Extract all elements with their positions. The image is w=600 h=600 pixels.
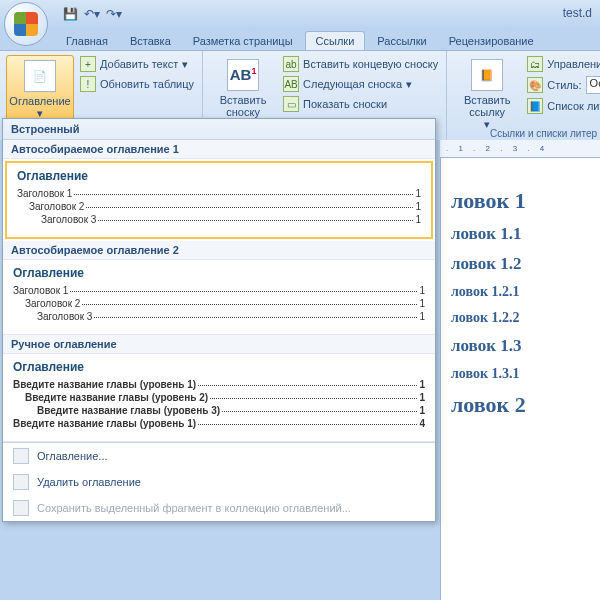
tab-home[interactable]: Главная xyxy=(56,32,118,50)
style-icon: 🎨 xyxy=(527,77,543,93)
gallery-header: Встроенный xyxy=(3,119,435,140)
auto1-preview[interactable]: Оглавление Заголовок 11Заголовок 21Загол… xyxy=(5,161,433,239)
heading-h3[interactable]: ловок 1.2.2 xyxy=(451,310,600,326)
heading-h2[interactable]: ловок 1.3 xyxy=(451,336,600,356)
title-bar: 💾 ↶▾ ↷▾ test.d xyxy=(0,0,600,28)
toc-line: Введите название главы (уровень 3)1 xyxy=(13,405,425,416)
heading-h1[interactable]: ловок 2 xyxy=(451,392,600,418)
toc-line: Заголовок 21 xyxy=(13,298,425,309)
manage-icon: 🗂 xyxy=(527,56,543,72)
show-icon: ▭ xyxy=(283,96,299,112)
heading-h3[interactable]: ловок 1.2.1 xyxy=(451,284,600,300)
document-title: test.d xyxy=(563,6,592,20)
add-text-button[interactable]: +Добавить текст ▾ xyxy=(78,55,196,73)
toc-line: Заголовок 11 xyxy=(13,285,425,296)
footnote-icon: AB1 xyxy=(227,59,259,91)
delete-icon xyxy=(13,474,29,490)
toc-dialog-item[interactable]: Оглавление... xyxy=(3,443,435,469)
redo-icon[interactable]: ↷▾ xyxy=(106,6,122,22)
toc-line: Заголовок 11 xyxy=(17,188,421,199)
style-dropdown[interactable]: 🎨Стиль: Основн xyxy=(525,75,600,95)
toc-gallery: Встроенный Автособираемое оглавление 1 О… xyxy=(2,118,436,522)
refresh-icon: ! xyxy=(80,76,96,92)
toc-line: Заголовок 31 xyxy=(17,214,421,225)
tab-mailings[interactable]: Рассылки xyxy=(367,32,436,50)
gallery-footer: Оглавление... Удалить оглавление Сохрани… xyxy=(3,442,435,521)
auto1-title[interactable]: Автособираемое оглавление 1 xyxy=(3,140,435,159)
update-table-button[interactable]: !Обновить таблицу xyxy=(78,75,196,93)
heading-h2[interactable]: ловок 1.1 xyxy=(451,224,600,244)
heading-h3[interactable]: ловок 1.3.1 xyxy=(451,366,600,382)
plus-icon: + xyxy=(80,56,96,72)
toc-line: Введите название главы (уровень 2)1 xyxy=(13,392,425,403)
group-label-citations: Ссылки и списки литер xyxy=(447,128,600,139)
manual-title[interactable]: Ручное оглавление xyxy=(3,335,435,354)
bibliography-button[interactable]: 📘Список литерат xyxy=(525,97,600,115)
toc-line: Заголовок 21 xyxy=(17,201,421,212)
toc-icon: 📄 xyxy=(24,60,56,92)
document-page[interactable]: ловок 1ловок 1.1ловок 1.2ловок 1.2.1лово… xyxy=(440,158,600,600)
office-button[interactable] xyxy=(4,2,48,46)
remove-toc-item[interactable]: Удалить оглавление xyxy=(3,469,435,495)
toc-line: Введите название главы (уровень 1)4 xyxy=(13,418,425,429)
toc-label: Оглавление xyxy=(9,95,70,107)
auto2-preview[interactable]: Оглавление Заголовок 11Заголовок 21Загол… xyxy=(3,260,435,335)
manage-sources-button[interactable]: 🗂Управление ис xyxy=(525,55,600,73)
next-icon: AB xyxy=(283,76,299,92)
tab-review[interactable]: Рецензирование xyxy=(439,32,544,50)
next-footnote-button[interactable]: ABСледующая сноска ▾ xyxy=(281,75,440,93)
office-logo-icon xyxy=(14,12,38,36)
auto2-title[interactable]: Автособираемое оглавление 2 xyxy=(3,241,435,260)
heading-h1[interactable]: ловок 1 xyxy=(451,188,600,214)
biblio-icon: 📘 xyxy=(527,98,543,114)
insert-footnote-button[interactable]: AB1 Вставить сноску xyxy=(209,55,277,122)
quick-access-toolbar: 💾 ↶▾ ↷▾ xyxy=(62,6,122,22)
tab-references[interactable]: Ссылки xyxy=(305,31,366,50)
insert-citation-button[interactable]: 📙 Вставить ссылку▾ xyxy=(453,55,521,134)
save-icon[interactable]: 💾 xyxy=(62,6,78,22)
tab-layout[interactable]: Разметка страницы xyxy=(183,32,303,50)
heading-h2[interactable]: ловок 1.2 xyxy=(451,254,600,274)
show-footnotes-button[interactable]: ▭Показать сноски xyxy=(281,95,440,113)
endnote-icon: ab xyxy=(283,56,299,72)
citation-icon: 📙 xyxy=(471,59,503,91)
doc-icon xyxy=(13,448,29,464)
insert-endnote-button[interactable]: abВставить концевую сноску xyxy=(281,55,440,73)
toc-button[interactable]: 📄 Оглавление▾ xyxy=(6,55,74,124)
toc-line: Введите название главы (уровень 1)1 xyxy=(13,379,425,390)
ruler[interactable]: . 1 . 2 . 3 . 4 xyxy=(440,140,600,158)
group-citations: 📙 Вставить ссылку▾ 🗂Управление ис 🎨Стиль… xyxy=(447,51,600,140)
save-selection-item: Сохранить выделенный фрагмент в коллекци… xyxy=(3,495,435,521)
tab-insert[interactable]: Вставка xyxy=(120,32,181,50)
toc-line: Заголовок 31 xyxy=(13,311,425,322)
ribbon-tabs: Главная Вставка Разметка страницы Ссылки… xyxy=(0,28,600,50)
save-gallery-icon xyxy=(13,500,29,516)
manual-preview[interactable]: Оглавление Введите название главы (урове… xyxy=(3,354,435,442)
undo-icon[interactable]: ↶▾ xyxy=(84,6,100,22)
